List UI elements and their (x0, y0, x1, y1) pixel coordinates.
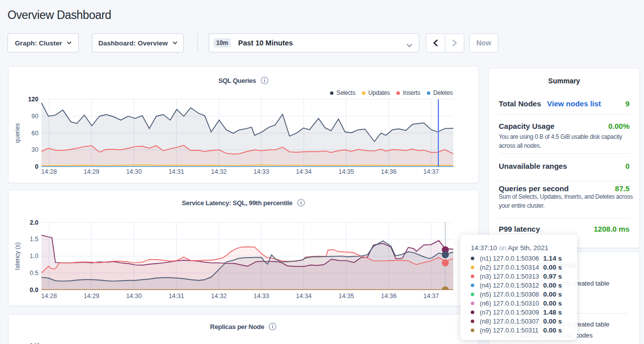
svg-text:14:37: 14:37 (423, 293, 439, 300)
svg-text:14:30: 14:30 (126, 293, 142, 300)
svg-text:14:28: 14:28 (41, 293, 57, 300)
svg-text:14:32: 14:32 (211, 293, 227, 300)
svg-text:0.5: 0.5 (30, 270, 38, 277)
svg-text:14:30: 14:30 (126, 168, 142, 175)
svg-text:14:31: 14:31 (169, 293, 184, 300)
svg-text:14:36: 14:36 (381, 168, 396, 175)
svg-text:60: 60 (31, 130, 38, 137)
svg-text:30: 30 (31, 146, 38, 153)
svg-text:120: 120 (28, 96, 38, 103)
svg-text:14:36: 14:36 (381, 293, 396, 300)
svg-text:14:32: 14:32 (211, 168, 227, 175)
svg-text:1.5: 1.5 (30, 236, 38, 243)
svg-text:14:37: 14:37 (423, 168, 439, 175)
svg-text:0: 0 (35, 163, 38, 170)
svg-text:0.0: 0.0 (30, 287, 38, 294)
svg-text:2.0: 2.0 (30, 219, 38, 226)
svg-text:14:34: 14:34 (296, 293, 312, 300)
svg-text:14:29: 14:29 (84, 168, 99, 175)
svg-text:1.0: 1.0 (30, 253, 38, 260)
svg-text:14:34: 14:34 (296, 168, 312, 175)
svg-text:latency (s): latency (s) (14, 242, 21, 270)
svg-text:14:33: 14:33 (254, 293, 269, 300)
svg-text:queries: queries (14, 123, 21, 143)
svg-text:90: 90 (31, 113, 38, 120)
svg-text:14:29: 14:29 (84, 293, 99, 300)
svg-text:14:31: 14:31 (169, 168, 184, 175)
svg-text:14:35: 14:35 (338, 293, 354, 300)
svg-text:14:35: 14:35 (338, 168, 354, 175)
svg-text:14:28: 14:28 (41, 168, 57, 175)
svg-text:14:33: 14:33 (254, 168, 269, 175)
